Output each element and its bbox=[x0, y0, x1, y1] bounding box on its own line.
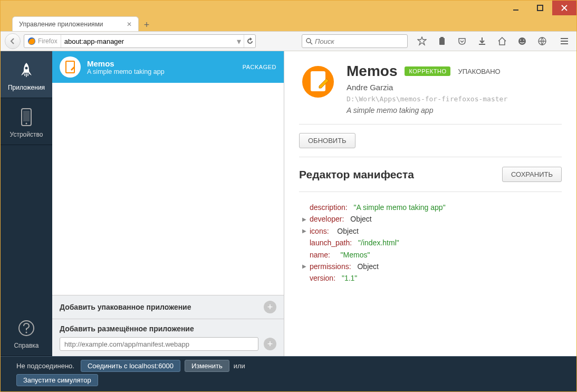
expand-arrow-icon[interactable]: ▶ bbox=[301, 215, 307, 224]
packaged-label: УПАКОВАНО bbox=[458, 68, 500, 75]
url-input[interactable] bbox=[61, 35, 234, 47]
svg-rect-19 bbox=[311, 71, 325, 91]
reload-button[interactable] bbox=[244, 35, 255, 47]
svg-rect-12 bbox=[23, 111, 30, 121]
home-icon[interactable] bbox=[494, 33, 510, 49]
app-detail-panel: Memos КОРРЕКТНО УПАКОВАНО Andre Garzia D… bbox=[284, 51, 576, 356]
tab-close-icon[interactable]: ✕ bbox=[127, 21, 132, 28]
add-hosted-section: Добавить размещённое приложение + bbox=[52, 319, 284, 356]
minimize-button[interactable] bbox=[504, 1, 528, 15]
site-identity[interactable]: Firefox bbox=[24, 35, 61, 47]
svg-rect-4 bbox=[439, 38, 445, 45]
add-packaged-section: Добавить упакованное приложение + bbox=[52, 295, 284, 319]
tab-strip: Управление приложениями ✕ + bbox=[1, 15, 576, 31]
sidebar-label: Справка bbox=[14, 342, 39, 349]
firefox-logo-icon bbox=[27, 37, 36, 45]
url-bar[interactable]: Firefox ▾ bbox=[24, 34, 256, 48]
svg-point-6 bbox=[518, 37, 526, 45]
globe-icon[interactable] bbox=[534, 33, 550, 49]
manifest-key: description: bbox=[310, 202, 348, 213]
help-icon bbox=[16, 319, 37, 338]
window-titlebar bbox=[1, 1, 576, 15]
search-icon bbox=[305, 37, 313, 45]
app-item-subtitle: A simple memo taking app bbox=[87, 68, 165, 75]
rocket-icon bbox=[16, 61, 37, 80]
manifest-val: Object bbox=[350, 213, 371, 225]
or-label: или bbox=[234, 362, 245, 370]
app-detail-name: Memos bbox=[347, 63, 397, 80]
app-path: D:\Work\Apps\memos-for-firefoxos-master bbox=[347, 95, 562, 103]
left-sidebar: Приложения Устройство Справка bbox=[1, 51, 52, 356]
manifest-val: Object bbox=[337, 225, 358, 237]
manifest-val: Object bbox=[357, 261, 378, 272]
start-simulator-button[interactable]: Запустите симулятор bbox=[16, 374, 98, 386]
browser-tab[interactable]: Управление приложениями ✕ bbox=[12, 16, 139, 31]
app-item-name: Memos bbox=[87, 59, 165, 68]
tab-title: Управление приложениями bbox=[19, 21, 103, 28]
expand-arrow-icon[interactable]: ▶ bbox=[301, 262, 307, 271]
sidebar-item-device[interactable]: Устройство bbox=[1, 98, 52, 145]
phone-icon bbox=[16, 108, 37, 127]
sidebar-label: Устройство bbox=[10, 131, 43, 138]
app-author: Andre Garzia bbox=[347, 83, 562, 92]
manifest-val: "/index.html" bbox=[358, 237, 399, 248]
svg-point-15 bbox=[26, 332, 27, 333]
hamburger-menu-icon[interactable] bbox=[556, 33, 572, 49]
svg-rect-5 bbox=[440, 37, 444, 39]
svg-point-3 bbox=[306, 39, 311, 43]
app-item-tag: PACKAGED bbox=[243, 64, 276, 70]
bookmark-star-icon[interactable] bbox=[414, 33, 430, 49]
manifest-val: "Memos" bbox=[341, 249, 370, 261]
identity-label: Firefox bbox=[38, 37, 57, 45]
app-description: A simple memo taking app bbox=[347, 106, 562, 114]
save-button[interactable]: СОХРАНИТЬ bbox=[502, 167, 562, 182]
sidebar-item-apps[interactable]: Приложения bbox=[1, 51, 52, 98]
svg-point-13 bbox=[26, 123, 27, 125]
hosted-url-input[interactable] bbox=[60, 337, 258, 351]
app-list-panel: Memos A simple memo taking app PACKAGED … bbox=[52, 51, 284, 356]
clipboard-icon[interactable] bbox=[434, 33, 450, 49]
maximize-button[interactable] bbox=[528, 1, 552, 15]
search-bar[interactable] bbox=[302, 34, 408, 48]
nav-toolbar: Firefox ▾ bbox=[1, 31, 576, 51]
manifest-editor-title: Редактор манифеста bbox=[299, 168, 414, 181]
back-button[interactable] bbox=[5, 33, 21, 49]
smiley-icon[interactable] bbox=[514, 33, 530, 49]
connect-button[interactable]: Соединить с localhost:6000 bbox=[81, 360, 180, 372]
add-packaged-button[interactable]: + bbox=[264, 301, 276, 313]
svg-rect-17 bbox=[66, 62, 74, 72]
sidebar-item-help[interactable]: Справка bbox=[1, 309, 52, 356]
app-list-item[interactable]: Memos A simple memo taking app PACKAGED bbox=[52, 51, 284, 83]
svg-point-10 bbox=[25, 67, 28, 70]
manifest-key: version: bbox=[310, 272, 335, 284]
manifest-key: name: bbox=[310, 249, 330, 261]
manifest-key: developer: bbox=[310, 213, 344, 225]
svg-point-7 bbox=[520, 40, 521, 41]
manifest-val: "A simple memo taking app" bbox=[353, 202, 445, 213]
svg-rect-0 bbox=[513, 9, 518, 11]
app-thumb-icon bbox=[60, 56, 81, 78]
add-hosted-button[interactable]: + bbox=[264, 338, 276, 350]
manifest-key: permissions: bbox=[310, 261, 351, 272]
expand-arrow-icon[interactable]: ▶ bbox=[301, 227, 307, 235]
manifest-key: icons: bbox=[310, 225, 329, 237]
change-button[interactable]: Изменить bbox=[185, 360, 229, 372]
manifest-val: "1.1" bbox=[342, 272, 357, 284]
svg-rect-1 bbox=[537, 5, 543, 11]
svg-point-8 bbox=[523, 40, 524, 41]
update-button[interactable]: ОБНОВИТЬ bbox=[299, 133, 355, 148]
search-input[interactable] bbox=[315, 37, 404, 45]
close-button[interactable] bbox=[552, 1, 576, 15]
manifest-viewer[interactable]: description: "A simple memo taking app" … bbox=[299, 192, 562, 294]
add-hosted-label: Добавить размещённое приложение bbox=[60, 324, 276, 333]
add-packaged-label: Добавить упакованное приложение bbox=[60, 303, 191, 311]
pocket-icon[interactable] bbox=[454, 33, 470, 49]
sidebar-label: Приложения bbox=[8, 84, 45, 91]
download-icon[interactable] bbox=[474, 33, 490, 49]
valid-badge: КОРРЕКТНО bbox=[405, 66, 450, 76]
app-big-icon bbox=[299, 63, 337, 101]
connection-status: Не подсоединено. bbox=[16, 362, 74, 370]
connection-footer: Не подсоединено. Соединить с localhost:6… bbox=[1, 356, 576, 391]
new-tab-button[interactable]: + bbox=[140, 18, 153, 31]
url-dropdown-icon[interactable]: ▾ bbox=[234, 35, 244, 47]
